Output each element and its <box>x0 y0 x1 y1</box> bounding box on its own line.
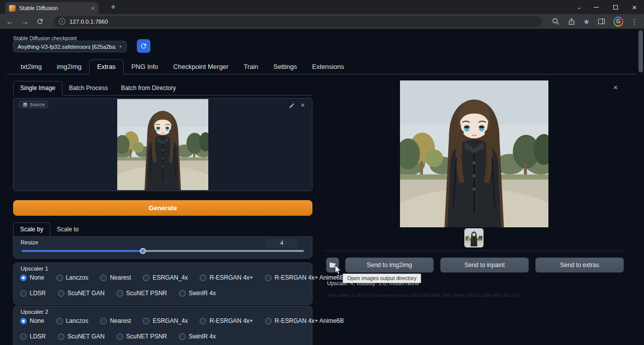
profile-avatar[interactable]: G <box>613 17 623 27</box>
upscaler1-option-ldsr[interactable]: LDSR <box>20 290 46 297</box>
browser-tab[interactable]: Stable Diffusion × <box>5 2 99 14</box>
image-icon <box>23 102 28 107</box>
tab-txt2img[interactable]: txt2img <box>13 60 49 74</box>
tab-scale-by[interactable]: Scale by <box>13 222 50 237</box>
tab-train[interactable]: Train <box>236 60 266 74</box>
back-button[interactable]: ← <box>6 18 14 25</box>
upscaler-2-label: Upscaler 2 <box>21 309 48 315</box>
url-bar[interactable]: i 127.0.0.1:7860 <box>53 16 542 27</box>
upscaler-2-block: Upscaler 2 None Lanczos Nearest ESRGAN_4… <box>13 306 312 345</box>
url-text: 127.0.0.1:7860 <box>69 19 108 25</box>
radio-icon <box>56 275 63 281</box>
upscaler1-option-none[interactable]: None <box>20 274 44 281</box>
source-image <box>117 99 208 190</box>
browser-tab-title: Stable Diffusion <box>19 5 87 11</box>
window-maximize-button[interactable] <box>606 0 625 14</box>
resize-number-input[interactable]: 4 <box>266 239 298 247</box>
upscaler1-option-swinir-4x[interactable]: SwinIR 4x <box>179 290 216 297</box>
upscaler1-option-scunet-gan[interactable]: ScuNET GAN <box>58 290 105 297</box>
radio-icon <box>56 318 63 324</box>
radio-icon <box>179 333 186 340</box>
upscaler2-option-scunet-psnr[interactable]: ScuNET PSNR <box>117 333 167 340</box>
forward-button[interactable]: → <box>21 18 29 25</box>
resize-slider-handle[interactable] <box>140 248 146 254</box>
window-close-button[interactable]: × <box>625 0 644 14</box>
tab-settings[interactable]: Settings <box>266 60 304 74</box>
upscaler1-option-nearest[interactable]: Nearest <box>100 274 131 281</box>
zoom-icon[interactable] <box>551 17 560 26</box>
refresh-checkpoints-button[interactable] <box>137 39 150 53</box>
bookmark-star-icon[interactable]: ★ <box>583 18 590 26</box>
radio-icon <box>117 333 123 340</box>
radio-icon <box>200 275 206 281</box>
radio-icon <box>20 290 27 297</box>
resize-label: Resize <box>21 239 38 245</box>
upscaler2-option-none[interactable]: None <box>20 317 44 324</box>
checkpoint-value: Anything-V3-fp32.safetensors [625a2ba2] <box>18 44 116 50</box>
tab-single-image[interactable]: Single Image <box>13 81 62 96</box>
radio-icon <box>58 290 64 297</box>
open-output-folder-button[interactable] <box>326 257 339 273</box>
upscaler1-option-lanczos[interactable]: Lanczos <box>56 274 89 281</box>
radio-icon <box>20 333 27 340</box>
send-to-extras-button[interactable]: Send to extras <box>535 257 624 273</box>
upscaler2-option-r-esrgan-anime6b[interactable]: R-ESRGAN 4x+ Anime6B <box>265 317 344 324</box>
send-to-img2img-button[interactable]: Send to img2img <box>345 257 434 273</box>
window-minimize-button[interactable] <box>587 0 606 14</box>
tab-batch-process[interactable]: Batch Process <box>62 81 114 95</box>
clear-image-icon[interactable]: × <box>301 101 305 109</box>
radio-selected-icon <box>20 275 27 281</box>
tab-png-info[interactable]: PNG Info <box>124 60 166 74</box>
browser-toolbar: ← → i 127.0.0.1:7860 ★ G ⋮ <box>0 14 644 29</box>
source-chip: Source <box>19 101 48 108</box>
footer-info-text: Time taken: 2.34s Torch active/reserved:… <box>327 293 520 298</box>
tab-extensions[interactable]: Extensions <box>304 60 352 74</box>
send-to-inpaint-button[interactable]: Send to inpaint <box>440 257 529 273</box>
tab-checkpoint-merger[interactable]: Checkpoint Merger <box>166 60 236 74</box>
upscaler2-option-nearest[interactable]: Nearest <box>100 317 131 324</box>
upscaler1-option-r-esrgan-4x[interactable]: R-ESRGAN 4x+ <box>200 274 253 281</box>
tab-close-icon[interactable]: × <box>91 5 95 12</box>
side-panel-icon[interactable] <box>597 17 606 26</box>
tab-scale-to[interactable]: Scale to <box>50 223 85 236</box>
tab-batch-from-directory[interactable]: Batch from Directory <box>114 81 182 95</box>
sd-webui-page: Stable Diffusion checkpoint Anything-V3-… <box>0 29 644 345</box>
upscaler2-option-r-esrgan-4x[interactable]: R-ESRGAN 4x+ <box>200 317 253 324</box>
close-gallery-icon[interactable]: × <box>613 83 618 92</box>
gallery-thumbnail[interactable] <box>464 228 484 247</box>
radio-icon <box>143 275 149 281</box>
reload-button[interactable] <box>36 18 44 25</box>
generate-button[interactable]: Generate <box>13 200 312 216</box>
upscaler2-option-scunet-gan[interactable]: ScuNET GAN <box>58 333 105 340</box>
upscaler1-option-scunet-psnr[interactable]: ScuNET PSNR <box>117 290 167 297</box>
upscaler-1-block: Upscaler 1 None Lanczos Nearest ESRGAN_4… <box>13 263 312 305</box>
radio-icon <box>265 318 272 324</box>
upscaler2-option-ldsr[interactable]: LDSR <box>20 333 46 340</box>
tab-img2img[interactable]: img2img <box>49 60 89 74</box>
tab-search-chevron-icon[interactable]: ⌄ <box>572 0 587 14</box>
resize-slider[interactable] <box>22 250 304 252</box>
page-scrollbar-thumb[interactable] <box>638 30 643 72</box>
share-icon[interactable] <box>568 18 576 26</box>
edit-image-icon[interactable] <box>289 103 295 109</box>
radio-icon <box>265 275 272 281</box>
upscaler2-option-swinir-4x[interactable]: SwinIR 4x <box>179 333 216 340</box>
output-separator <box>325 250 623 251</box>
site-info-icon[interactable]: i <box>59 18 65 25</box>
new-tab-button[interactable]: + <box>108 2 119 13</box>
upscaler-1-label: Upscaler 1 <box>21 266 48 272</box>
checkpoint-dropdown[interactable]: Anything-V3-fp32.safetensors [625a2ba2] … <box>13 41 127 52</box>
radio-icon <box>58 333 64 340</box>
upscaler2-option-esrgan4x[interactable]: ESRGAN_4x <box>143 317 188 324</box>
extras-mode-tabnav: Single Image Batch Process Batch from Di… <box>13 81 312 96</box>
upscaler1-option-esrgan4x[interactable]: ESRGAN_4x <box>143 274 188 281</box>
tab-extras[interactable]: Extras <box>89 59 124 74</box>
source-chip-label: Source <box>30 102 45 107</box>
stable-diffusion-favicon <box>9 5 16 12</box>
upscaler2-option-lanczos[interactable]: Lanczos <box>56 317 89 324</box>
menu-kebab-icon[interactable]: ⋮ <box>631 18 638 26</box>
window-controls: ⌄ × <box>572 0 644 14</box>
browser-tabstrip: Stable Diffusion × + ⌄ × <box>0 0 644 14</box>
result-image[interactable] <box>400 80 548 227</box>
source-image-dropzone[interactable]: Source × <box>13 98 312 191</box>
